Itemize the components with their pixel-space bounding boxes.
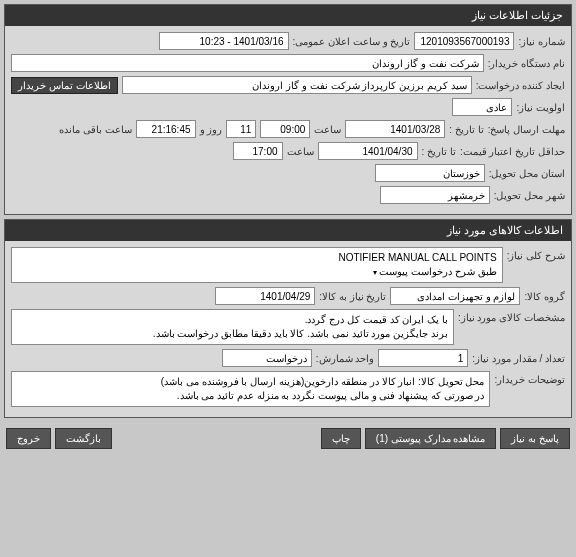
need-number-field: 1201093567000193 — [414, 32, 514, 50]
remaining-time-field: 21:16:45 — [136, 120, 196, 138]
priority-field: عادی — [452, 98, 512, 116]
goods-spec-label: مشخصات کالای مورد نیاز: — [458, 309, 565, 323]
back-button[interactable]: بازگشت — [55, 428, 112, 449]
need-to-goods-date-label: تاریخ نیاز به کالا: — [319, 291, 386, 302]
qty-label: تعداد / مقدار مورد نیاز: — [472, 353, 565, 364]
remaining-label: ساعت باقی مانده — [59, 124, 132, 135]
goods-info-panel: اطلاعات کالاهای مورد نیاز شرح کلی نیاز: … — [4, 219, 572, 418]
panel2-header: اطلاعات کالاهای مورد نیاز — [5, 220, 571, 241]
days-and-label: روز و — [200, 124, 223, 135]
to-date-label-2: تا تاریخ : — [422, 146, 456, 157]
goods-spec-field: با یک ایران کد قیمت کل درج گردد.برند جای… — [11, 309, 454, 345]
attachments-button[interactable]: مشاهده مدارک پیوستی (1) — [365, 428, 497, 449]
buyer-notes-label: توضیحات خریدار: — [494, 371, 565, 385]
unit-label: واحد شمارش: — [316, 353, 375, 364]
panel1-header: جزئیات اطلاعات نیاز — [5, 5, 571, 26]
exit-button[interactable]: خروج — [6, 428, 51, 449]
buyer-notes-field: محل تحویل کالا: انبار کالا در منطقه دارخ… — [11, 371, 490, 407]
delivery-province-label: استان محل تحویل: — [489, 168, 565, 179]
panel1-body: شماره نیاز: 1201093567000193 تاریخ و ساع… — [5, 26, 571, 214]
delivery-province-field: خوزستان — [375, 164, 485, 182]
creator-field: سید کریم برزین کارپرداز شرکت نفت و گاز ا… — [122, 76, 472, 94]
delivery-city-field: خرمشهر — [380, 186, 490, 204]
price-validity-time-field: 17:00 — [233, 142, 283, 160]
buyer-contact-button[interactable]: اطلاعات تماس خریدار — [11, 77, 118, 94]
goods-group-label: گروه کالا: — [524, 291, 565, 302]
need-desc-field[interactable]: NOTIFIER MANUAL CALL POINTSطبق شرح درخوا… — [11, 247, 503, 283]
reply-button[interactable]: پاسخ به نیاز — [500, 428, 570, 449]
to-date-label-1: تا تاریخ : — [449, 124, 483, 135]
unit-field: درخواست — [222, 349, 312, 367]
time-label-2: ساعت — [287, 146, 314, 157]
footer-toolbar: پاسخ به نیاز مشاهده مدارک پیوستی (1) چاپ… — [0, 422, 576, 455]
delivery-city-label: شهر محل تحویل: — [494, 190, 565, 201]
reply-time-field: 09:00 — [260, 120, 310, 138]
buyer-org-label: نام دستگاه خریدار: — [488, 58, 565, 69]
time-label-1: ساعت — [314, 124, 341, 135]
panel2-body: شرح کلی نیاز: NOTIFIER MANUAL CALL POINT… — [5, 241, 571, 417]
days-count-field: 11 — [226, 120, 256, 138]
public-announce-label: تاریخ و ساعت اعلان عمومی: — [293, 36, 411, 47]
need-number-label: شماره نیاز: — [518, 36, 565, 47]
price-validity-label: حداقل تاریخ اعتبار قیمت: — [460, 146, 565, 157]
print-button[interactable]: چاپ — [321, 428, 361, 449]
goods-group-field: لوازم و تجهیزات امدادی — [390, 287, 520, 305]
need-details-panel: جزئیات اطلاعات نیاز شماره نیاز: 12010935… — [4, 4, 572, 215]
priority-label: اولویت نیاز: — [516, 102, 565, 113]
need-to-goods-date-field: 1401/04/29 — [215, 287, 315, 305]
public-announce-field: 1401/03/16 - 10:23 — [159, 32, 289, 50]
qty-field: 1 — [378, 349, 468, 367]
creator-label: ایجاد کننده درخواست: — [476, 80, 565, 91]
reply-deadline-label: مهلت ارسال پاسخ: — [488, 124, 565, 135]
buyer-org-field: شرکت نفت و گاز اروندان — [11, 54, 484, 72]
reply-date-field: 1401/03/28 — [345, 120, 445, 138]
need-desc-label: شرح کلی نیاز: — [507, 247, 565, 261]
price-validity-date-field: 1401/04/30 — [318, 142, 418, 160]
